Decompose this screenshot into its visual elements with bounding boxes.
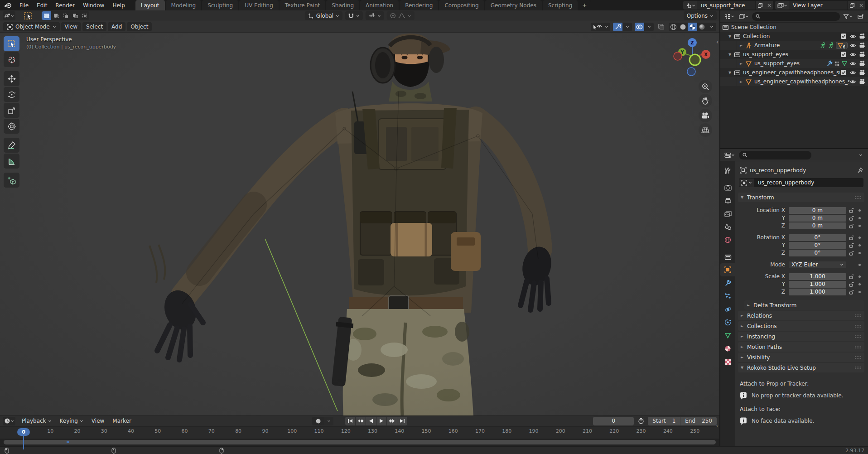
- outliner-item-label[interactable]: us_support_eyes: [743, 51, 840, 58]
- app-menu-item[interactable]: Render: [51, 0, 79, 10]
- timeline-menu-item[interactable]: Keying: [56, 417, 87, 425]
- tab-world[interactable]: [720, 233, 735, 246]
- object-name-input[interactable]: us_recon_upperbody: [754, 178, 863, 187]
- animate-property-dot[interactable]: [858, 217, 861, 219]
- end-frame-field[interactable]: End250: [680, 417, 717, 425]
- disclosure-open-icon[interactable]: ▼: [728, 53, 734, 57]
- tab-scene[interactable]: [720, 220, 735, 233]
- shading-dropdown[interactable]: [707, 23, 716, 31]
- disable-in-renders-toggle[interactable]: [859, 42, 866, 49]
- tool-select-box[interactable]: [4, 36, 19, 51]
- overlays-dropdown[interactable]: [644, 23, 654, 31]
- select-mode-invert[interactable]: [70, 11, 80, 20]
- animate-property-dot[interactable]: [858, 244, 861, 246]
- outliner-row[interactable]: ▼ us_engineer_capwithheadphones_support: [720, 68, 868, 77]
- app-menu-item[interactable]: Window: [79, 0, 108, 10]
- tab-view-layer[interactable]: [720, 207, 735, 220]
- prev-keyframe-button[interactable]: [356, 417, 366, 425]
- shading-solid-button[interactable]: [678, 23, 688, 31]
- transform-field-value[interactable]: 0 m: [789, 207, 846, 214]
- tab-output[interactable]: [720, 194, 735, 207]
- lock-open-icon[interactable]: [849, 281, 854, 287]
- outliner-row[interactable]: ► Armature 6: [720, 41, 868, 50]
- lock-open-icon[interactable]: [849, 242, 854, 248]
- viewport-menu-item[interactable]: Add: [108, 22, 125, 31]
- transform-orientation-dropdown[interactable]: Global: [305, 11, 342, 20]
- play-reverse-button[interactable]: [366, 417, 376, 425]
- app-menu-item[interactable]: Help: [108, 0, 129, 10]
- tab-tool[interactable]: [720, 164, 735, 177]
- jump-to-start-button[interactable]: [345, 417, 355, 425]
- scene-name[interactable]: us_support_face: [697, 2, 755, 9]
- disclosure-open-icon[interactable]: ▼: [728, 71, 734, 75]
- panel-grip[interactable]: [854, 324, 862, 328]
- properties-options-dropdown[interactable]: [856, 151, 865, 159]
- tool-annotate[interactable]: [4, 138, 19, 153]
- disable-in-renders-toggle[interactable]: [859, 78, 866, 85]
- tool-scale[interactable]: [4, 103, 19, 118]
- select-mode-subtract[interactable]: [61, 11, 70, 20]
- outliner-row[interactable]: ► us_engineer_capwithheadphones_support: [720, 77, 868, 86]
- workspace-tab[interactable]: Shading: [326, 0, 360, 10]
- animate-property-dot[interactable]: [858, 275, 861, 278]
- tool-add-primitive[interactable]: [4, 173, 19, 188]
- workspace-tab[interactable]: Animation: [360, 0, 399, 10]
- timeline-menu-item[interactable]: Playback: [18, 417, 55, 425]
- hide-in-viewport-toggle[interactable]: [849, 33, 856, 40]
- tool-measure[interactable]: [4, 154, 19, 169]
- disable-in-renders-toggle[interactable]: [859, 60, 866, 67]
- transform-field-value[interactable]: XYZ Euler: [789, 261, 846, 268]
- sidebar-collapse-arrow[interactable]: ‹: [716, 39, 719, 45]
- outliner-row[interactable]: ▼ us_support_eyes: [720, 50, 868, 59]
- tab-object-data[interactable]: [720, 329, 735, 342]
- options-dropdown[interactable]: Options: [684, 11, 717, 20]
- tab-texture[interactable]: [720, 355, 735, 368]
- disclosure-closed-icon[interactable]: ►: [740, 80, 745, 84]
- delta-transform-panel-header[interactable]: ► Delta Transform: [744, 300, 864, 310]
- view-layer-copy-button[interactable]: [847, 1, 857, 10]
- lock-open-icon[interactable]: [849, 208, 854, 213]
- editor-type-button[interactable]: [3, 11, 15, 20]
- hide-in-viewport-toggle[interactable]: [849, 42, 856, 49]
- scene-icon[interactable]: [683, 1, 697, 10]
- properties-editor-type-button[interactable]: [723, 151, 736, 159]
- outliner-row[interactable]: ► us_support_eyes: [720, 59, 868, 68]
- panel-grip[interactable]: [854, 196, 862, 199]
- view-layer-icon[interactable]: [775, 1, 789, 10]
- proportional-editing-buttons[interactable]: [387, 11, 415, 20]
- lock-open-icon[interactable]: [849, 215, 854, 221]
- shading-material-button[interactable]: [688, 23, 697, 31]
- collapsed-panel-header[interactable]: ► Collections: [738, 321, 864, 331]
- transform-field-value[interactable]: 1.000: [789, 289, 846, 295]
- workspace-tab[interactable]: Rendering: [400, 0, 439, 10]
- transform-field-value[interactable]: 0°: [789, 234, 846, 241]
- snap-toggle-dropdown[interactable]: [345, 11, 363, 20]
- tool-rotate[interactable]: [4, 87, 19, 102]
- jump-to-end-button[interactable]: [397, 417, 407, 425]
- workspace-tab[interactable]: Geometry Nodes: [485, 0, 542, 10]
- outliner-display-mode-button[interactable]: [738, 12, 750, 21]
- blender-logo-icon[interactable]: [0, 0, 15, 10]
- animate-property-dot[interactable]: [858, 291, 861, 293]
- timeline-menu-item[interactable]: Marker: [109, 417, 135, 425]
- transform-panel-header[interactable]: ▼ Transform: [738, 193, 864, 202]
- object-type-dropdown[interactable]: [739, 178, 754, 187]
- lock-open-icon[interactable]: [849, 235, 854, 241]
- transform-field-value[interactable]: 0°: [789, 250, 846, 256]
- tab-object[interactable]: [720, 263, 735, 276]
- collapsed-panel-header[interactable]: ► Motion Paths: [738, 342, 864, 352]
- viewport-menu-item[interactable]: Object: [127, 22, 152, 31]
- workspace-tab[interactable]: Modeling: [166, 0, 202, 10]
- hide-in-viewport-toggle[interactable]: [849, 51, 856, 58]
- tool-cursor[interactable]: [4, 52, 19, 67]
- viewport-menu-item[interactable]: Select: [82, 22, 106, 31]
- select-mode-new[interactable]: [42, 11, 51, 20]
- properties-search-input[interactable]: [739, 151, 811, 159]
- collapsed-panel-header[interactable]: ► Visibility: [738, 353, 864, 362]
- animate-property-dot[interactable]: [858, 209, 861, 212]
- outliner-row[interactable]: ▼ Collection: [720, 32, 868, 41]
- timeline-menu-item[interactable]: View: [88, 417, 108, 425]
- transform-field-value[interactable]: 1.000: [789, 281, 846, 288]
- timeline-editor-type-button[interactable]: [3, 417, 15, 425]
- tab-constraints[interactable]: [720, 316, 735, 329]
